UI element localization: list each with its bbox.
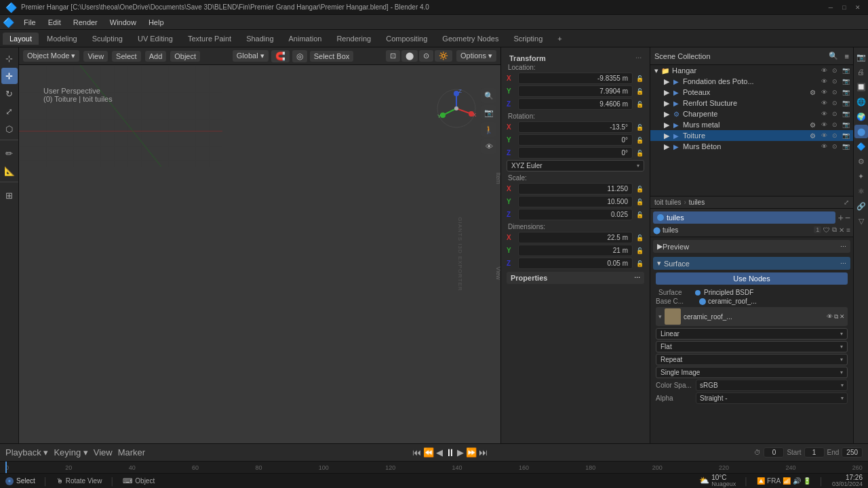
prop-tab-view-layer[interactable]: 🔲 [854, 80, 868, 94]
menu-window[interactable]: Window [104, 17, 142, 28]
fondation-visibility[interactable]: 👁 [819, 77, 829, 86]
toiture-visibility[interactable]: 👁 [819, 131, 829, 140]
dimensions-z-field[interactable]: 0.05 m [518, 258, 633, 269]
alpha-dropdown[interactable]: Straight - ▾ [696, 392, 848, 404]
jump-to-start[interactable]: ⏮ [412, 447, 421, 458]
dimensions-x-lock[interactable]: 🔓 [635, 235, 644, 241]
play-forward[interactable]: ▶ [457, 447, 464, 458]
orientation-dropdown[interactable]: Global ▾ [233, 50, 269, 62]
material-remove-icon[interactable]: − [845, 212, 850, 223]
prop-tab-render[interactable]: 📷 [854, 50, 868, 64]
tab-geometrynodes[interactable]: Geometry Nodes [435, 33, 505, 45]
view-dropdown[interactable]: View [94, 447, 113, 458]
viewport-canvas[interactable]: User Perspective (0) Toiture | toit tuil… [19, 65, 500, 443]
flat-dropdown[interactable]: Flat ▾ [656, 341, 848, 352]
tab-sculpting[interactable]: Sculpting [85, 33, 130, 45]
outliner-filter-icon[interactable]: ≡ [845, 52, 849, 60]
tool-move[interactable]: ✛ [1, 68, 18, 84]
tab-uvediting[interactable]: UV Editing [131, 33, 180, 45]
minimize-button[interactable]: ─ [826, 3, 835, 12]
toiture-render[interactable]: 📷 [841, 131, 850, 140]
location-z-field[interactable]: 9.4606 m [518, 98, 633, 110]
prop-tab-data[interactable]: ▽ [854, 214, 868, 228]
current-frame-display[interactable]: 0 [764, 447, 784, 458]
rendered-toggle[interactable]: 🔆 [435, 50, 452, 62]
status-select-label[interactable]: Select [16, 477, 35, 485]
outliner-item-charpente[interactable]: ▶ ⚙ Charpente 👁 ⊙ 📷 [650, 108, 853, 119]
stop-button[interactable]: ⏸ [445, 447, 455, 458]
linear-dropdown[interactable]: Linear ▾ [656, 328, 848, 340]
tool-select[interactable]: ⊹ [1, 50, 18, 66]
viewport[interactable]: Object Mode ▾ View Select Add Object Glo… [19, 47, 500, 443]
menu-render[interactable]: Render [68, 17, 103, 28]
mat-copy-icon[interactable]: ⧉ [832, 226, 837, 234]
rotation-y-field[interactable]: 0° [518, 134, 633, 146]
charpente-viewport[interactable]: ⊙ [830, 109, 840, 119]
properties-section-header[interactable]: Properties ⋯ [507, 272, 644, 284]
renfort-visibility[interactable]: 👁 [819, 98, 829, 108]
tab-compositing[interactable]: Compositing [379, 33, 434, 45]
tab-animation[interactable]: Animation [282, 33, 329, 45]
viewport-view-menu[interactable]: View [83, 51, 108, 62]
jump-to-end[interactable]: ⏭ [479, 447, 488, 458]
dimensions-x-field[interactable]: 22.5 m [518, 232, 633, 243]
location-z-lock[interactable]: 🔓 [635, 101, 644, 108]
wireframe-toggle[interactable]: ⊡ [386, 50, 400, 62]
dimensions-z-lock[interactable]: 🔓 [635, 260, 644, 267]
prop-tab-modifier[interactable]: ⚙ [854, 155, 868, 168]
surface-header[interactable]: ▾ Surface ⋯ [653, 257, 850, 270]
scale-x-lock[interactable]: 🔓 [635, 186, 644, 192]
fondation-render[interactable]: 📷 [841, 77, 850, 86]
dimensions-y-field[interactable]: 21 m [518, 245, 633, 256]
material-preview-toggle[interactable]: ⊙ [419, 50, 433, 62]
viewport-add-menu[interactable]: Add [145, 51, 167, 62]
murs-beton-render[interactable]: 📷 [841, 142, 850, 151]
scale-x-field[interactable]: 11.250 [518, 183, 633, 195]
tool-rotate[interactable]: ↻ [1, 85, 18, 102]
rotation-z-field[interactable]: 0° [518, 147, 633, 159]
ceramic-copy-icon[interactable]: ⧉ [834, 313, 838, 321]
preview-header[interactable]: ▶ Preview ⋯ [653, 240, 850, 253]
scale-z-lock[interactable]: 🔓 [635, 211, 644, 218]
toiture-viewport[interactable]: ⊙ [830, 131, 840, 140]
murs-beton-visibility[interactable]: 👁 [819, 142, 829, 151]
prop-tab-particles[interactable]: ✦ [854, 169, 868, 183]
rotation-mode-dropdown[interactable]: XYZ Euler ▾ [507, 160, 644, 171]
tool-measure[interactable]: 📐 [1, 163, 18, 179]
end-frame-display[interactable]: 250 [842, 447, 863, 458]
prop-tab-object[interactable]: 🔷 [854, 140, 868, 153]
outliner-item-renfort[interactable]: ▶ ▶ Renfort Stucture 👁 ⊙ 📷 [650, 98, 853, 108]
collection-visibility[interactable]: 👁 [481, 139, 496, 154]
tab-rendering[interactable]: Rendering [330, 33, 378, 45]
rotation-z-lock[interactable]: 🔓 [635, 150, 644, 157]
hangar-render[interactable]: 📷 [841, 66, 850, 75]
prop-tab-constraints[interactable]: 🔗 [854, 199, 868, 213]
outliner-item-toiture[interactable]: ▶ ▶ Toiture ⚙ 👁 ⊙ 📷 [650, 130, 853, 141]
keying-dropdown[interactable]: Keying ▾ [54, 447, 87, 458]
prop-tab-output[interactable]: 🖨 [854, 65, 868, 79]
repeat-dropdown[interactable]: Repeat ▾ [656, 354, 848, 365]
renfort-render[interactable]: 📷 [841, 98, 850, 108]
location-y-field[interactable]: 7.9904 m [518, 85, 633, 97]
play-reverse[interactable]: ◀ [436, 447, 443, 458]
ceramic-eye-icon[interactable]: 👁 [827, 313, 833, 321]
outliner-item-poteaux[interactable]: ▶ ▶ Poteaux ⚙ 👁 ⊙ 📷 [650, 87, 853, 98]
tab-texturepaint[interactable]: Texture Paint [181, 33, 238, 45]
outliner-item-hangar[interactable]: ▾ 📁 Hangar 👁 ⊙ 📷 [650, 65, 853, 76]
hangar-visibility[interactable]: 👁 [819, 66, 829, 75]
prop-tab-world[interactable]: 🌍 [854, 110, 868, 123]
rotation-x-field[interactable]: -13.5° [518, 121, 633, 133]
tab-shading[interactable]: Shading [239, 33, 280, 45]
scale-z-field[interactable]: 0.025 [518, 209, 633, 220]
prop-tab-physics[interactable]: ⚛ [854, 184, 868, 198]
dimensions-y-lock[interactable]: 🔓 [635, 247, 644, 254]
marker-dropdown[interactable]: Marker [118, 447, 145, 458]
playback-dropdown[interactable]: Playback ▾ [5, 447, 48, 458]
solid-toggle[interactable]: ⬤ [401, 50, 418, 62]
murs-metal-viewport[interactable]: ⊙ [830, 120, 840, 129]
rotation-y-lock[interactable]: 🔓 [635, 137, 644, 144]
location-x-lock[interactable]: 🔓 [635, 75, 644, 82]
hangar-viewport[interactable]: ⊙ [830, 66, 840, 75]
fondation-viewport[interactable]: ⊙ [830, 77, 840, 86]
outliner-item-murs-metal[interactable]: ▶ ▶ Murs metal ⚙ 👁 ⊙ 📷 [650, 119, 853, 130]
